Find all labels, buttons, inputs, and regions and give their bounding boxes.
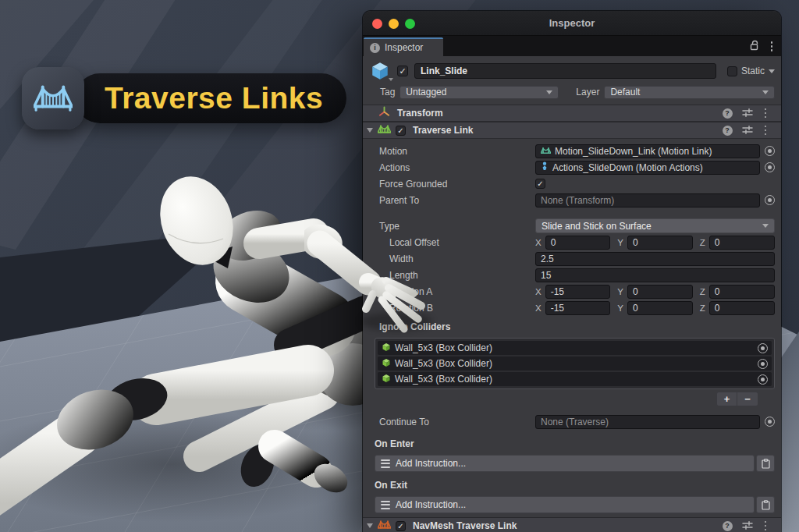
axis-z-label: Z xyxy=(700,238,705,247)
transform-icon xyxy=(378,106,390,120)
local-offset-x-input[interactable]: 0 xyxy=(545,236,611,250)
tag-caret xyxy=(546,90,552,94)
traverse-link-bridge-icon xyxy=(378,124,391,137)
gameobject-cube-icon[interactable] xyxy=(369,61,391,81)
help-icon[interactable]: ? xyxy=(723,108,733,119)
minimize-button[interactable] xyxy=(389,19,399,29)
axis-y-label: Y xyxy=(617,303,623,313)
rotation-b-z-input[interactable]: 0 xyxy=(709,301,775,315)
static-checkbox[interactable] xyxy=(727,66,737,76)
axis-x-label: X xyxy=(535,303,542,313)
force-grounded-row: Force Grounded ✓ xyxy=(363,176,781,192)
motion-object-picker[interactable] xyxy=(765,146,775,156)
rotation-b-x-input[interactable]: -15 xyxy=(545,301,611,315)
continue-to-object-field[interactable]: None (Traverse) xyxy=(535,415,760,429)
rotation-a-x-input[interactable]: -15 xyxy=(545,285,611,299)
bridge-icon xyxy=(34,82,73,115)
width-label: Width xyxy=(379,254,535,264)
local-offset-y-input[interactable]: 0 xyxy=(627,236,693,250)
motion-actions-icon xyxy=(541,161,549,173)
icon-picker-caret[interactable] xyxy=(389,78,393,81)
traverse-link-enabled-checkbox[interactable]: ✓ xyxy=(396,126,406,136)
tab-bar: i Inspector xyxy=(363,36,781,56)
collider-object-picker[interactable] xyxy=(758,374,768,385)
collider-list-item[interactable]: Wall_5x3 (Box Collider) xyxy=(378,372,772,386)
rotation-b-label: Rotation B xyxy=(379,303,535,314)
rotation-b-y-input[interactable]: 0 xyxy=(627,301,693,315)
motion-link-icon xyxy=(541,146,551,157)
badge-title: Traverse Links xyxy=(105,81,323,115)
force-grounded-checkbox[interactable]: ✓ xyxy=(535,179,545,189)
close-button[interactable] xyxy=(372,19,382,29)
parent-to-object-picker[interactable] xyxy=(765,195,775,205)
window-titlebar[interactable]: Inspector xyxy=(363,11,781,36)
transform-kebab-icon[interactable] xyxy=(762,108,769,119)
width-input[interactable]: 2.5 xyxy=(535,252,775,266)
add-instruction-button[interactable]: Add Instruction... xyxy=(375,455,755,472)
foldout-caret[interactable] xyxy=(367,128,373,133)
layer-dropdown[interactable]: Default xyxy=(604,86,775,99)
type-caret xyxy=(762,224,769,228)
actions-object-picker[interactable] xyxy=(765,162,775,172)
axis-y-label: Y xyxy=(617,287,623,296)
foldout-caret[interactable] xyxy=(367,523,373,528)
collider-item-label: Wall_5x3 (Box Collider) xyxy=(395,342,492,353)
tab-menu-kebab-icon[interactable] xyxy=(769,41,776,52)
motion-value: Motion_SlideDown_Link (Motion Link) xyxy=(555,146,712,157)
presets-icon[interactable] xyxy=(742,125,753,137)
zoom-button[interactable] xyxy=(405,19,415,29)
length-input[interactable]: 15 xyxy=(535,268,775,282)
collider-item-label: Wall_5x3 (Box Collider) xyxy=(395,374,492,385)
box-collider-icon xyxy=(382,342,391,354)
motion-object-field[interactable]: Motion_SlideDown_Link (Motion Link) xyxy=(535,144,760,158)
on-enter-instruction-row: Add Instruction... xyxy=(375,455,775,472)
tag-label: Tag xyxy=(380,87,395,98)
add-instruction-label: Add Instruction... xyxy=(396,458,466,469)
static-dropdown-caret[interactable] xyxy=(769,69,775,73)
parent-to-object-field[interactable]: None (Transform) xyxy=(535,193,760,207)
tag-dropdown[interactable]: Untagged xyxy=(400,86,559,99)
continue-to-object-picker[interactable] xyxy=(765,417,775,427)
axis-y-label: Y xyxy=(617,238,623,247)
transform-component-header[interactable]: Transform ? xyxy=(363,105,781,122)
rotation-b-row: Rotation B X-15 Y0 Z0 xyxy=(363,300,781,316)
rotation-a-z-input[interactable]: 0 xyxy=(709,285,775,299)
navmesh-kebab-icon[interactable] xyxy=(762,520,769,532)
motion-row: Motion Motion_SlideDown_Link (Motion Lin… xyxy=(363,143,781,159)
navmesh-enabled-checkbox[interactable]: ✓ xyxy=(396,521,406,531)
static-label: Static xyxy=(741,66,765,76)
width-row: Width 2.5 xyxy=(363,250,781,267)
collider-list-item[interactable]: Wall_5x3 (Box Collider) xyxy=(378,356,772,371)
window-title: Inspector xyxy=(549,17,595,29)
rotation-a-row: Rotation A X-15 Y0 Z0 xyxy=(363,283,781,300)
presets-icon[interactable] xyxy=(742,520,753,532)
type-value: Slide and Stick on Surface xyxy=(542,221,652,232)
lock-icon[interactable] xyxy=(750,40,759,53)
remove-collider-button[interactable]: − xyxy=(737,392,758,406)
tab-inspector[interactable]: i Inspector xyxy=(364,37,443,56)
gameobject-active-checkbox[interactable]: ✓ xyxy=(397,66,408,76)
navmesh-traverse-link-header[interactable]: ✓ NavMesh Traverse Link ? xyxy=(363,517,781,532)
paste-instruction-button[interactable] xyxy=(756,455,775,472)
rotation-a-y-input[interactable]: 0 xyxy=(627,285,693,299)
collider-object-picker[interactable] xyxy=(758,343,768,353)
gameobject-name-field[interactable]: Link_Slide xyxy=(414,63,716,79)
collider-list-item[interactable]: Wall_5x3 (Box Collider) xyxy=(378,341,772,355)
collider-object-picker[interactable] xyxy=(758,359,768,369)
add-collider-button[interactable]: + xyxy=(717,392,737,406)
paste-instruction-button[interactable] xyxy=(756,496,775,513)
force-grounded-label: Force Grounded xyxy=(379,179,535,190)
local-offset-label: Local Offset xyxy=(379,237,535,248)
help-icon[interactable]: ? xyxy=(723,126,733,136)
traverse-link-component-header[interactable]: ✓ Traverse Link ? xyxy=(363,122,781,139)
add-instruction-button[interactable]: Add Instruction... xyxy=(375,496,755,513)
traverse-link-body: Motion Motion_SlideDown_Link (Motion Lin… xyxy=(363,139,781,532)
traverse-link-kebab-icon[interactable] xyxy=(762,125,769,137)
help-icon[interactable]: ? xyxy=(723,521,733,531)
type-dropdown[interactable]: Slide and Stick on Surface xyxy=(535,218,775,233)
length-label: Length xyxy=(379,270,535,281)
presets-icon[interactable] xyxy=(742,108,753,119)
navmesh-bridge-icon xyxy=(378,520,391,532)
actions-object-field[interactable]: Actions_SlideDown (Motion Actions) xyxy=(535,161,760,175)
local-offset-z-input[interactable]: 0 xyxy=(709,236,775,250)
